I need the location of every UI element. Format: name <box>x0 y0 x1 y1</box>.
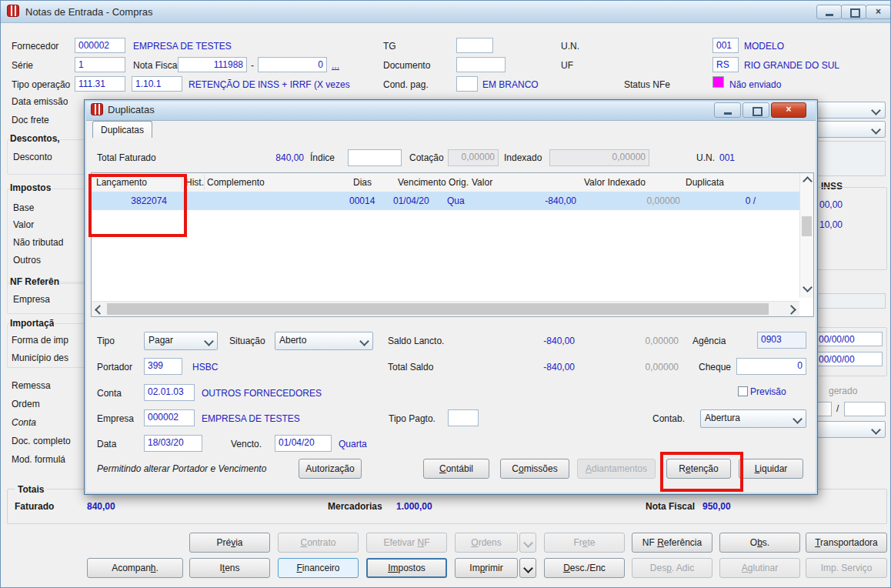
contrato-button[interactable]: Contrato <box>278 533 359 553</box>
autorizacao-button[interactable]: Autorização <box>299 459 362 479</box>
right-field-stub-2 <box>813 293 886 309</box>
previsao-label: Previsão <box>750 386 786 397</box>
col-complemento[interactable]: Complemento <box>207 177 265 188</box>
tab-duplicatas[interactable]: Duplicatas <box>92 121 152 138</box>
left-label-importacao: Importaçã <box>10 318 54 329</box>
transportadora-button[interactable]: Transportadora <box>806 533 887 553</box>
scroll-down-icon[interactable] <box>803 282 813 292</box>
faturado-label: Faturado <box>15 501 54 512</box>
left-label-base: Base <box>13 202 34 213</box>
uf-name: RIO GRANDE DO SUL <box>744 60 839 71</box>
comissoes-button[interactable]: Comissões <box>500 459 569 479</box>
nota-fiscal-input[interactable]: 111988 <box>178 57 247 72</box>
tipo-pagto-label: Tipo Pagto. <box>389 413 435 424</box>
cheque-label: Cheque <box>699 362 731 373</box>
nota-fiscal-suffix-input[interactable]: 0 <box>258 57 327 72</box>
more-link[interactable]: ... <box>332 60 339 71</box>
maximize-button[interactable] <box>841 5 866 19</box>
maximize-icon <box>850 8 860 18</box>
cell-vencimento: 01/04/20 <box>393 195 429 206</box>
documento-label: Documento <box>383 60 430 71</box>
previsao-checkbox[interactable] <box>738 386 748 396</box>
indice-input[interactable] <box>348 149 402 166</box>
un-input[interactable]: 001 <box>712 38 739 53</box>
liquidar-button[interactable]: Liquidar <box>739 459 803 479</box>
previa-button[interactable]: Prévia <box>189 533 270 553</box>
vertical-scrollbar[interactable] <box>799 173 813 298</box>
date-field-1[interactable]: 00/00/00 <box>815 332 883 346</box>
itens-button[interactable]: Itens <box>189 558 270 578</box>
cond-pag-input[interactable] <box>456 76 478 92</box>
col-hist[interactable]: Hist. <box>185 177 204 188</box>
grid-selected-row[interactable]: 3822074 00014 01/04/20 Qua -840,00 0,000… <box>92 192 799 210</box>
right-combo-1[interactable] <box>813 102 886 119</box>
fornecedor-input[interactable]: 000002 <box>75 38 125 53</box>
col-dias[interactable]: Dias <box>353 177 372 188</box>
imprimir-button[interactable]: Imprimir <box>455 558 518 578</box>
tipo-label: Tipo <box>97 336 115 346</box>
efetivar-nf-button[interactable]: Efetivar NF <box>366 533 447 553</box>
conta-input[interactable]: 02.01.03 <box>144 384 195 401</box>
cheque-input[interactable]: 0 <box>736 358 806 375</box>
maximize-icon <box>753 107 763 116</box>
dialog-maximize-button[interactable] <box>742 102 769 118</box>
contabil-button[interactable]: Contábil <box>423 459 489 479</box>
agencia-input[interactable]: 0903 <box>757 332 806 349</box>
aglutinar-button[interactable]: Aglutinar <box>719 558 800 578</box>
financeiro-button[interactable]: Financeiro <box>278 558 359 578</box>
conta-label: Conta <box>97 388 122 399</box>
imprimir-dropdown-button[interactable] <box>519 558 536 578</box>
agencia-label: Agência <box>692 336 726 346</box>
small-field-2[interactable] <box>844 402 886 416</box>
uf-input[interactable]: RS <box>712 57 739 72</box>
cell-dia-semana: Qua <box>447 195 465 206</box>
vencto-input[interactable]: 01/04/20 <box>275 435 332 452</box>
scrollbar-thumb[interactable] <box>107 303 769 315</box>
frete-button[interactable]: Frete <box>544 533 625 553</box>
dialog-minimize-button[interactable] <box>714 102 741 118</box>
duplicatas-grid: Lançamento Hist. Complemento Dias Vencim… <box>91 172 814 317</box>
acompanh-button[interactable]: Acompanh. <box>87 558 183 578</box>
tg-input[interactable] <box>456 38 493 53</box>
nf-referencia-button[interactable]: NF Referência <box>632 533 712 553</box>
scrollbar-thumb[interactable] <box>802 216 812 236</box>
scroll-left-icon[interactable] <box>95 305 105 315</box>
obs-button[interactable]: Obs. <box>719 533 800 553</box>
minimize-button[interactable] <box>816 5 842 19</box>
contab-combo[interactable]: Abertura <box>700 409 806 428</box>
scroll-right-icon[interactable] <box>786 305 796 315</box>
col-duplicata[interactable]: Duplicata <box>686 177 724 188</box>
mercadorias-label: Mercadorias <box>328 501 382 512</box>
portador-label: Portador <box>97 362 132 373</box>
ordens-dropdown-button[interactable] <box>519 533 536 553</box>
adiantamentos-button[interactable]: Adiantamentos <box>577 459 656 479</box>
col-vencimento-orig[interactable]: Vencimento Orig. <box>398 177 469 188</box>
horizontal-scrollbar[interactable] <box>92 301 799 316</box>
tipo-operacao-label: Tipo operação <box>12 79 70 90</box>
right-combo-3[interactable] <box>813 421 886 438</box>
tipo-operacao-code1-input[interactable]: 111.31 <box>75 76 125 92</box>
dialog-close-button[interactable]: × <box>771 102 806 118</box>
desp-adic-button[interactable]: Desp. Adic <box>632 558 712 578</box>
close-button[interactable]: × <box>866 5 891 19</box>
right-combo-2[interactable] <box>813 121 886 138</box>
documento-input[interactable] <box>456 57 506 72</box>
tipo-pagto-input[interactable] <box>448 409 479 426</box>
data-input[interactable]: 18/03/20 <box>144 435 202 452</box>
impostos-button[interactable]: Impostos <box>366 558 447 578</box>
date-field-2[interactable]: 00/00/00 <box>815 352 883 366</box>
left-label-valor: Valor <box>13 219 34 230</box>
ordens-button[interactable]: Ordens <box>455 533 518 553</box>
tipo-operacao-code2-input[interactable]: 1.10.1 <box>132 76 182 92</box>
col-valor-indexado[interactable]: Valor Indexado <box>584 177 646 188</box>
desc-enc-button[interactable]: Desc./Enc <box>544 558 625 578</box>
empresa-input[interactable]: 000002 <box>144 409 195 426</box>
total-saldo-idx-value: 0,00000 <box>608 362 679 373</box>
portador-input[interactable]: 399 <box>144 358 182 375</box>
col-valor[interactable]: Valor <box>472 177 492 188</box>
scroll-up-icon[interactable] <box>803 176 813 186</box>
grid-header: Lançamento Hist. Complemento Dias Vencim… <box>92 173 799 192</box>
serie-input[interactable]: 1 <box>75 57 125 72</box>
hint-text: Permitindo alterar Portador e Vencimento <box>97 463 266 474</box>
imp-servico-button[interactable]: Imp. Serviço <box>806 558 887 578</box>
